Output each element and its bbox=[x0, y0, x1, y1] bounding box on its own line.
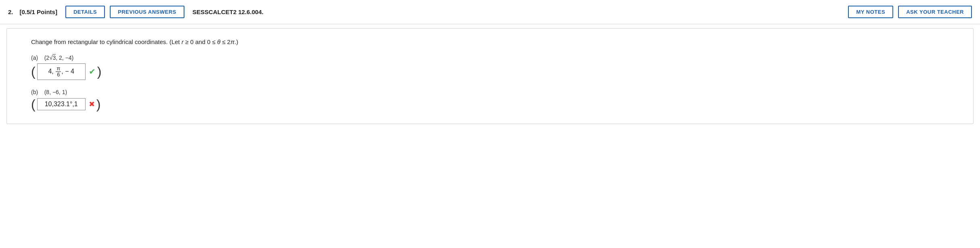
part-a-close-paren: ) bbox=[97, 65, 102, 78]
part-b-open-paren: ( bbox=[31, 98, 36, 111]
part-a-letter: (a) bbox=[31, 55, 38, 61]
my-notes-button[interactable]: MY NOTES bbox=[848, 6, 893, 18]
part-b-label: (b) (8, −6, 1) bbox=[31, 89, 965, 95]
part-b-close-paren: ) bbox=[96, 98, 101, 111]
correct-icon: ✔ bbox=[89, 67, 96, 76]
ask-teacher-button[interactable]: ASK YOUR TEACHER bbox=[898, 6, 972, 18]
part-a-open-paren: ( bbox=[31, 65, 36, 78]
part-b-answer-row: ( 10,323.1°,1 ✖ ) bbox=[31, 98, 965, 111]
points-label: [0.5/1 Points] bbox=[20, 8, 57, 15]
problem-instruction: Change from rectangular to cylindrical c… bbox=[31, 38, 965, 47]
part-a-answer-row: ( 4, π6, − 4 ✔ ) bbox=[31, 63, 965, 80]
part-a-answer-box[interactable]: 4, π6, − 4 bbox=[37, 63, 86, 80]
header-row: 2. [0.5/1 Points] DETAILS PREVIOUS ANSWE… bbox=[0, 0, 980, 24]
problem-id: SESSCALCET2 12.6.004. bbox=[193, 8, 264, 15]
part-b-answer-box[interactable]: 10,323.1°,1 bbox=[37, 98, 86, 110]
details-button[interactable]: DETAILS bbox=[65, 6, 105, 18]
part-b: (b) (8, −6, 1) ( 10,323.1°,1 ✖ ) bbox=[31, 89, 965, 111]
part-a-label: (a) (2√3, 2, −4) bbox=[31, 54, 965, 61]
content-area: Change from rectangular to cylindrical c… bbox=[6, 28, 974, 124]
part-b-answer-text: 10,323.1°,1 bbox=[45, 101, 78, 107]
part-b-letter: (b) bbox=[31, 89, 38, 95]
page-wrapper: 2. [0.5/1 Points] DETAILS PREVIOUS ANSWE… bbox=[0, 0, 980, 248]
previous-answers-button[interactable]: PREVIOUS ANSWERS bbox=[110, 6, 184, 18]
part-a: (a) (2√3, 2, −4) ( 4, π6, − 4 ✔ ) bbox=[31, 54, 965, 80]
incorrect-icon: ✖ bbox=[89, 100, 95, 109]
pi-fraction: π6 bbox=[56, 66, 61, 78]
question-number: 2. bbox=[8, 8, 13, 15]
